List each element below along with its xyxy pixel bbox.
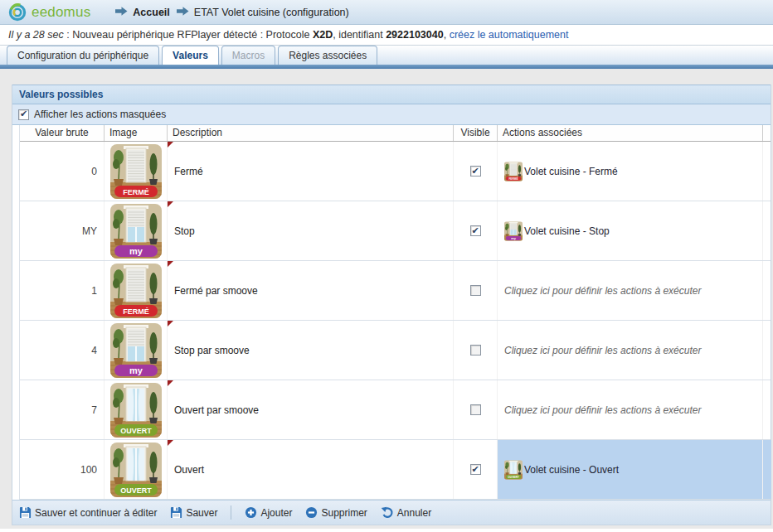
description-cell[interactable]: Ouvert par smoove xyxy=(168,380,454,439)
table-row: 100 OUVERT Ouvert xyxy=(20,440,771,500)
breadcrumb-item-accueil[interactable]: Accueil xyxy=(115,7,169,18)
state-image-cell[interactable]: my xyxy=(105,321,168,380)
arrow-icon xyxy=(115,7,128,18)
description-text: Stop par smoove xyxy=(174,345,250,356)
show-hidden-checkbox[interactable] xyxy=(18,109,29,120)
values-panel: Valeurs possibles Afficher les actions m… xyxy=(12,85,771,525)
svg-text:my: my xyxy=(511,235,516,239)
create-automatically-link[interactable]: créez le automatiquement xyxy=(450,29,569,41)
visible-checkbox[interactable] xyxy=(470,404,481,415)
visible-checkbox[interactable] xyxy=(470,225,481,236)
column-header: Description xyxy=(168,125,454,141)
actions-cell[interactable]: Cliquez ici pour définir les actions à e… xyxy=(498,261,763,320)
description-text: Ouvert xyxy=(174,464,204,476)
filter-row: Afficher les actions masquées xyxy=(12,104,771,125)
notification-separator: : xyxy=(64,29,72,41)
action-placeholder: Cliquez ici pour définir les actions à e… xyxy=(504,404,701,416)
visible-cell xyxy=(454,380,498,439)
delete-button[interactable]: Supprimer xyxy=(305,506,367,519)
breadcrumb-item-device[interactable]: ETAT Volet cuisine (configuration) xyxy=(177,7,349,18)
table-row: 0 FERMÉ Fermé xyxy=(20,142,771,201)
tab-valeurs[interactable]: Valeurs xyxy=(162,46,219,65)
notification-text: Nouveau périphérique RFPlayer détecté : … xyxy=(72,29,313,41)
spacer-cell xyxy=(763,440,771,499)
table-row: 4 my Stop par smoove xyxy=(20,321,771,380)
description-cell[interactable]: Fermé par smoove xyxy=(168,261,454,320)
svg-text:FERMÉ: FERMÉ xyxy=(123,187,149,196)
save-continue-button[interactable]: Sauver et continuer à éditer xyxy=(19,506,157,519)
undo-icon xyxy=(381,506,394,519)
add-icon xyxy=(245,506,257,519)
notification-identifier: 2922103040 xyxy=(386,29,444,41)
edited-corner-marker xyxy=(168,142,173,148)
notification-text: , identifiant xyxy=(333,29,386,41)
edited-corner-marker xyxy=(168,201,173,207)
column-header: Visible xyxy=(454,125,498,141)
breadcrumb-label: ETAT Volet cuisine (configuration) xyxy=(194,7,349,18)
visible-checkbox[interactable] xyxy=(470,166,481,177)
top-bar: eedomus Accueil ETAT Volet cuisine (conf… xyxy=(0,0,773,25)
state-image-cell[interactable]: FERMÉ xyxy=(105,142,168,201)
edited-corner-marker xyxy=(168,261,173,267)
tab-regles-associees[interactable]: Règles associées xyxy=(278,46,377,65)
edited-corner-marker xyxy=(168,380,173,386)
breadcrumb: Accueil ETAT Volet cuisine (configuratio… xyxy=(115,7,348,18)
description-cell[interactable]: Stop xyxy=(168,201,454,260)
bottom-toolbar: Sauver et continuer à éditer Sauver Ajou… xyxy=(12,500,771,525)
column-header: Valeur brute xyxy=(20,125,105,141)
visible-checkbox[interactable] xyxy=(470,345,481,355)
description-cell[interactable]: Fermé xyxy=(168,142,454,201)
visible-cell xyxy=(454,321,498,380)
column-header: Image xyxy=(105,125,168,141)
actions-cell[interactable]: OUVERT Volet cuisine - Ouvert xyxy=(498,440,763,499)
visible-checkbox[interactable] xyxy=(470,285,481,296)
raw-value-cell: 7 xyxy=(20,380,105,439)
tab-configuration[interactable]: Configuration du périphérique xyxy=(7,46,159,65)
visible-cell xyxy=(454,440,498,499)
description-text: Fermé par smoove xyxy=(174,285,258,297)
spacer-cell xyxy=(763,261,771,320)
visible-cell xyxy=(454,261,498,320)
state-image-cell[interactable]: my xyxy=(105,201,168,260)
add-button[interactable]: Ajouter xyxy=(245,506,292,519)
state-image-cell[interactable]: OUVERT xyxy=(105,440,168,499)
notification-protocol: X2D xyxy=(313,29,333,41)
raw-value-cell: 1 xyxy=(20,261,105,320)
save-icon xyxy=(19,506,32,519)
actions-cell[interactable]: FERMÉ Volet cuisine - Fermé xyxy=(498,142,763,201)
button-label: Supprimer xyxy=(321,507,367,519)
svg-text:FERMÉ: FERMÉ xyxy=(508,176,518,180)
eedomus-logo-icon[interactable] xyxy=(8,3,27,22)
actions-cell[interactable]: Cliquez ici pour définir les actions à e… xyxy=(498,380,763,439)
notification-time: Il y a 28 sec xyxy=(8,29,64,41)
save-button[interactable]: Sauver xyxy=(170,506,217,519)
undo-button[interactable]: Annuler xyxy=(381,506,431,519)
state-image-cell[interactable]: FERMÉ xyxy=(105,261,168,320)
brand-name[interactable]: eedomus xyxy=(32,4,90,21)
spacer-cell xyxy=(763,321,771,380)
raw-value-cell: 4 xyxy=(20,321,105,380)
button-label: Ajouter xyxy=(260,507,292,519)
description-cell[interactable]: Stop par smoove xyxy=(168,321,454,380)
action-state-icon: my xyxy=(504,221,523,241)
description-text: Fermé xyxy=(174,166,203,177)
visible-checkbox[interactable] xyxy=(470,464,481,475)
actions-cell[interactable]: Cliquez ici pour définir les actions à e… xyxy=(498,321,763,380)
spacer-cell xyxy=(763,380,771,439)
action-label: Volet cuisine - Stop xyxy=(524,225,610,237)
description-cell[interactable]: Ouvert xyxy=(168,440,454,499)
spacer-cell xyxy=(763,142,771,201)
actions-cell[interactable]: my Volet cuisine - Stop xyxy=(498,201,763,260)
state-image-cell[interactable]: OUVERT xyxy=(105,380,168,439)
visible-cell xyxy=(454,201,498,260)
table-body: 0 FERMÉ Fermé xyxy=(20,142,771,500)
svg-text:OUVERT: OUVERT xyxy=(120,426,152,434)
tab-bar: Configuration du périphériqueValeursMacr… xyxy=(0,46,773,65)
column-header-spacer xyxy=(763,125,771,141)
button-label: Sauver et continuer à éditer xyxy=(35,507,157,519)
table-row: 1 FERMÉ Fermé par smoove xyxy=(20,261,771,321)
save-icon xyxy=(170,506,182,519)
svg-text:OUVERT: OUVERT xyxy=(120,486,152,494)
table-row: 7 OUVERT Ouvert par xyxy=(20,380,771,440)
visible-cell xyxy=(454,142,498,201)
